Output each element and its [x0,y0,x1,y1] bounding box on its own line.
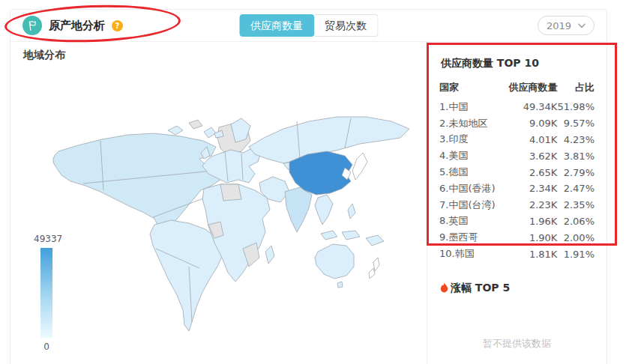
country-cell: 10.韩国 [439,246,505,262]
country-cell: 5.德国 [439,164,505,181]
pct-cell: 2.47% [557,181,595,197]
table-row: 10.韩国1.81K1.91% [439,246,595,262]
pct-cell: 1.91% [557,246,595,262]
value-cell: 1.90K [505,229,557,246]
col-header-value: 供应商数量 [505,81,557,99]
legend-gradient-bar [40,248,52,338]
year-select-value: 2019 [547,20,571,31]
table-row: 3.印度4.01K4.23% [439,132,595,148]
chevron-down-icon [578,23,586,28]
card-body: 地域分布 [10,42,607,364]
origin-flag-icon [22,16,42,35]
header-title-group: 原产地分析 ? [22,16,123,35]
rise-title-row: 涨幅 TOP 5 [439,282,595,295]
map-section-title: 地域分布 [23,49,65,62]
rise-title: 涨幅 TOP 5 [451,282,510,295]
table-row: 4.美国3.62K3.81% [439,148,595,164]
top10-table: 国家 供应商数量 占比 1.中国49.34K51.98% 2.未知地区9.09K… [439,81,595,262]
table-row: 7.中国(台湾)2.23K2.35% [439,197,595,213]
col-header-pct: 占比 [557,81,595,99]
country-cell: 3.印度 [439,132,505,148]
country-cell: 6.中国(香港) [439,181,505,197]
table-row: 6.中国(香港)2.34K2.47% [439,181,595,197]
value-cell: 4.01K [505,132,557,148]
pct-cell: 2.35% [557,197,595,213]
map-color-legend: 49337 0 [29,234,64,352]
page-title: 原产地分析 [49,19,105,33]
no-data-text: 暂不提供该数据 [439,337,595,351]
country-cell: 7.中国(台湾) [439,197,505,213]
help-icon[interactable]: ? [112,20,123,31]
table-row: 1.中国49.34K51.98% [439,99,595,115]
table-row: 8.英国1.96K2.06% [439,213,595,230]
pct-cell: 2.06% [557,213,595,230]
value-cell: 9.09K [505,115,557,132]
analysis-card: 原产地分析 ? 供应商数量 贸易次数 2019 地域分布 [10,9,607,364]
legend-min-value: 0 [29,342,64,352]
card-header: 原产地分析 ? 供应商数量 贸易次数 2019 [10,10,607,42]
value-cell: 1.96K [505,213,557,230]
table-row: 5.德国2.65K2.79% [439,164,595,181]
rise-section: 涨幅 TOP 5 暂不提供该数据 [439,282,595,351]
world-map-chart[interactable] [42,78,421,340]
pct-cell: 2.00% [557,229,595,246]
stats-pane: 供应商数量 TOP 10 国家 供应商数量 占比 1.中国49.34K51.98… [427,42,607,364]
country-cell: 1.中国 [439,99,505,115]
pct-cell: 9.57% [557,115,595,132]
pct-cell: 51.98% [557,99,595,115]
value-cell: 3.62K [505,148,557,164]
table-header-row: 国家 供应商数量 占比 [439,81,595,99]
tab-supplier-count[interactable]: 供应商数量 [239,14,314,37]
top10-title: 供应商数量 TOP 10 [441,57,595,70]
value-cell: 2.34K [505,181,557,197]
country-cell: 8.英国 [439,213,505,230]
col-header-country: 国家 [439,81,505,99]
flame-icon [439,282,449,294]
pct-cell: 4.23% [557,132,595,148]
value-cell: 2.65K [505,164,557,181]
country-cell: 2.未知地区 [439,115,505,132]
table-row: 2.未知地区9.09K9.57% [439,115,595,132]
table-row: 9.墨西哥1.90K2.00% [439,229,595,246]
metric-tabs: 供应商数量 贸易次数 [239,14,378,37]
map-pane: 地域分布 [10,42,427,364]
year-select[interactable]: 2019 [538,16,595,35]
pct-cell: 2.79% [557,164,595,181]
tab-trade-count[interactable]: 贸易次数 [314,14,378,37]
pct-cell: 3.81% [557,148,595,164]
legend-max-value: 49337 [29,234,64,244]
value-cell: 2.23K [505,197,557,213]
value-cell: 49.34K [505,99,557,115]
country-cell: 4.美国 [439,148,505,164]
country-cell: 9.墨西哥 [439,229,505,246]
value-cell: 1.81K [505,246,557,262]
